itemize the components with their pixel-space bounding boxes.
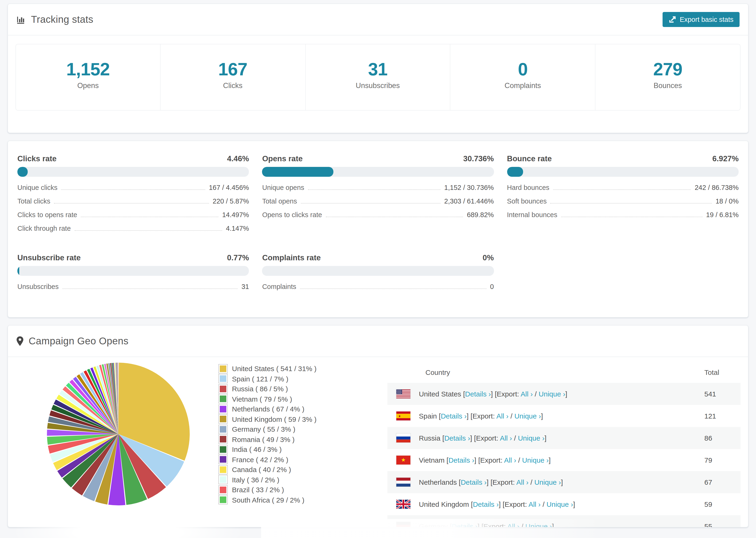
- legend-label: India ( 46 / 3% ): [232, 446, 282, 454]
- country-cell: Netherlands [Details ›] [Export: All › /…: [419, 478, 704, 486]
- export-all-link[interactable]: All ›: [504, 456, 516, 464]
- summary-stat-unsubscribes: 31Unsubscribes: [305, 44, 451, 111]
- stat-label: Clicks: [223, 81, 243, 90]
- de-flag-icon: [396, 522, 410, 527]
- geo-opens-header: Campaign Geo Opens: [8, 326, 748, 357]
- rate-progress-bar: [262, 266, 494, 276]
- legend-label: Romania ( 49 / 3% ): [232, 435, 295, 443]
- legend-label: Netherlands ( 67 / 4% ): [232, 405, 304, 413]
- export-all-link[interactable]: All ›: [528, 500, 541, 508]
- rates-card: Clicks rate4.46%Unique clicks167 / 4.456…: [8, 140, 748, 318]
- legend-label: Spain ( 121 / 7% ): [232, 375, 288, 383]
- legend-item-spain[interactable]: Spain ( 121 / 7% ): [218, 374, 316, 384]
- export-unique-link[interactable]: Unique ›: [539, 390, 565, 398]
- stat-value: 167: [218, 59, 247, 79]
- rate-progress-fill: [17, 266, 20, 276]
- export-all-link[interactable]: All ›: [496, 412, 509, 420]
- export-all-link[interactable]: All ›: [507, 522, 519, 527]
- stat-value: 279: [653, 59, 682, 79]
- legend-item-united-states[interactable]: United States ( 541 / 31% ): [218, 364, 316, 374]
- dotted-leader: [61, 189, 205, 190]
- geo-opens-legend: United States ( 541 / 31% )Spain ( 121 /…: [218, 364, 316, 505]
- rate-detail-value: 689.82%: [467, 211, 494, 219]
- legend-item-france[interactable]: France ( 42 / 2% ): [218, 455, 316, 464]
- rate-detail-value: 4.147%: [226, 225, 249, 232]
- country-cell: United States [Details ›] [Export: All ›…: [419, 390, 704, 398]
- country-cell: Vietnam [Details ›] [Export: All › / Uni…: [419, 456, 704, 464]
- dotted-leader: [553, 189, 691, 190]
- legend-label: France ( 42 / 2% ): [232, 456, 288, 463]
- stat-value: 0: [518, 59, 527, 79]
- export-unique-link[interactable]: Unique ›: [514, 412, 541, 420]
- rate-block-unsubscribe-rate: Unsubscribe rate0.77%Unsubscribes31: [17, 252, 249, 296]
- legend-swatch: [218, 364, 228, 373]
- details-link[interactable]: Details ›: [473, 500, 499, 508]
- export-all-link[interactable]: All ›: [516, 478, 528, 486]
- legend-swatch: [218, 384, 228, 394]
- country-cell: Russia [Details ›] [Export: All › / Uniq…: [419, 434, 704, 442]
- legend-item-brazil[interactable]: Brazil ( 33 / 2% ): [218, 485, 316, 495]
- legend-label: Canada ( 40 / 2% ): [232, 466, 291, 474]
- export-unique-link[interactable]: Unique ›: [534, 478, 561, 486]
- rate-title: Bounce rate: [507, 153, 552, 164]
- legend-swatch: [218, 465, 228, 474]
- details-link[interactable]: Details ›: [460, 478, 486, 486]
- rate-detail-row: Internal bounces19 / 6.81%: [507, 211, 739, 225]
- legend-item-united-kingdom[interactable]: United Kingdom ( 59 / 3% ): [218, 414, 316, 424]
- rate-detail-label: Soft bounces: [507, 197, 547, 205]
- dotted-leader: [75, 230, 222, 231]
- legend-item-canada[interactable]: Canada ( 40 / 2% ): [218, 464, 316, 475]
- export-icon: [669, 16, 676, 23]
- rate-progress-fill: [507, 167, 523, 177]
- rate-detail-label: Total clicks: [17, 197, 50, 205]
- rate-detail-row: Soft bounces18 / 0%: [507, 197, 739, 211]
- legend-item-romania[interactable]: Romania ( 49 / 3% ): [218, 434, 316, 444]
- stat-label: Opens: [77, 81, 99, 90]
- rate-detail-label: Click through rate: [17, 225, 71, 232]
- details-link[interactable]: Details ›: [465, 390, 491, 398]
- legend-item-vietnam[interactable]: Vietnam ( 79 / 5% ): [218, 394, 316, 404]
- export-unique-link[interactable]: Unique ›: [522, 456, 549, 464]
- legend-label: Germany ( 55 / 3% ): [232, 425, 296, 433]
- export-all-link[interactable]: All ›: [500, 434, 512, 442]
- legend-label: United Kingdom ( 59 / 3% ): [232, 415, 316, 423]
- export-unique-link[interactable]: Unique ›: [525, 522, 552, 527]
- rate-value: 30.736%: [463, 153, 494, 164]
- legend-item-italy[interactable]: Italy ( 36 / 2% ): [218, 475, 316, 485]
- rate-detail-value: 242 / 86.738%: [695, 184, 739, 191]
- details-link[interactable]: Details ›: [441, 412, 466, 420]
- export-all-link[interactable]: All ›: [521, 390, 533, 398]
- legend-item-germany[interactable]: Germany ( 55 / 3% ): [218, 424, 316, 434]
- geo-table-body: United States [Details ›] [Export: All ›…: [387, 383, 740, 527]
- rate-detail-row: Unsubscribes31: [17, 283, 249, 296]
- rate-detail-value: 14.497%: [222, 211, 249, 219]
- legend-item-india[interactable]: India ( 46 / 3% ): [218, 444, 316, 455]
- country-cell: Spain [Details ›] [Export: All › / Uniqu…: [419, 412, 704, 420]
- tracking-stats-card: Tracking stats Export basic stats 1,152O…: [8, 4, 748, 133]
- export-unique-link[interactable]: Unique ›: [518, 434, 544, 442]
- rate-progress-bar: [507, 167, 739, 177]
- export-unique-link[interactable]: Unique ›: [547, 500, 573, 508]
- legend-item-russia[interactable]: Russia ( 86 / 5% ): [218, 384, 316, 394]
- geo-row-ru: Russia [Details ›] [Export: All › / Uniq…: [387, 427, 740, 449]
- details-link[interactable]: Details ›: [449, 456, 474, 464]
- stat-label: Complaints: [505, 81, 541, 90]
- rate-detail-value: 167 / 4.456%: [209, 184, 249, 191]
- rate-value: 4.46%: [227, 153, 249, 164]
- rate-title: Complaints rate: [262, 252, 321, 263]
- stat-value: 31: [368, 59, 388, 79]
- tracking-stats-header: Tracking stats Export basic stats: [8, 4, 748, 35]
- details-link[interactable]: Details ›: [452, 522, 477, 527]
- tracking-stats-title-text: Tracking stats: [31, 14, 93, 25]
- dotted-leader: [308, 189, 441, 190]
- country-cell: United Kingdom [Details ›] [Export: All …: [419, 500, 704, 508]
- total-cell: 59: [704, 500, 740, 508]
- legend-item-south-africa[interactable]: South Africa ( 29 / 2% ): [218, 495, 316, 505]
- details-link[interactable]: Details ›: [444, 434, 470, 442]
- geo-opens-title-text: Campaign Geo Opens: [28, 336, 129, 347]
- legend-label: Italy ( 36 / 2% ): [232, 476, 279, 484]
- export-basic-stats-button[interactable]: Export basic stats: [662, 12, 739, 27]
- total-cell: 67: [704, 478, 740, 486]
- legend-item-netherlands[interactable]: Netherlands ( 67 / 4% ): [218, 404, 316, 414]
- stat-label: Bounces: [654, 81, 682, 90]
